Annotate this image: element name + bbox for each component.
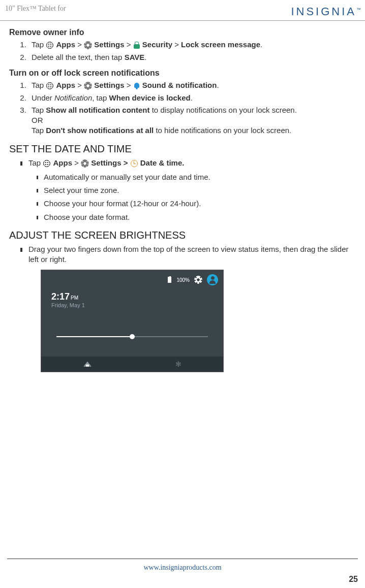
lock-icon <box>134 42 140 49</box>
bottom-icons: ✻ <box>41 356 223 372</box>
step: Tap Apps > Settings > Security > Lock sc… <box>28 40 358 50</box>
list-item: Choose your hour format (12-hour or 24-h… <box>44 199 358 209</box>
screenshot-panel: 100% 2:17PM Friday, May 1 ✻ <box>41 270 224 372</box>
settings-icon[interactable] <box>195 276 202 283</box>
gear-icon <box>81 160 88 167</box>
section-remove-owner-title: Remove owner info <box>9 27 358 38</box>
page-header: 10" Flex™ Tablet for INSIGNIA™ <box>0 0 365 21</box>
clock-icon <box>131 160 138 167</box>
battery-percent: 100% <box>176 277 190 284</box>
remove-owner-steps: Tap Apps > Settings > Security > Lock sc… <box>28 40 358 62</box>
page-footer: www.insigniaproducts.com <box>7 559 358 573</box>
date-time-sublist: Automatically or manually set your date … <box>44 172 358 222</box>
step: Delete all the text, then tap SAVE. <box>28 52 358 62</box>
list-item: Drag your two fingers down from the top … <box>28 244 358 265</box>
battery-icon <box>168 277 171 283</box>
wifi-icon[interactable] <box>83 362 92 367</box>
brightness-slider[interactable] <box>56 336 208 337</box>
brightness-list: Drag your two fingers down from the top … <box>28 244 358 265</box>
apps-icon <box>46 42 53 49</box>
apps-icon <box>46 82 53 89</box>
brand-logo: INSIGNIA™ <box>291 4 361 19</box>
section-brightness-title: ADJUST THE SCREEN BRIGHTNESS <box>9 228 358 242</box>
step: Tap Apps > Settings > Sound & notificati… <box>28 80 358 90</box>
slider-thumb[interactable] <box>130 334 135 339</box>
clock-time: 2:17PM <box>51 290 78 303</box>
list-item: Choose your date format. <box>44 212 358 222</box>
profile-icon[interactable] <box>207 274 218 285</box>
gear-icon <box>84 82 92 89</box>
section-date-time-title: SET THE DATE AND TIME <box>9 142 358 156</box>
step: Under Notification, tap When device is l… <box>28 93 358 103</box>
step: Tap Show all notification content to dis… <box>28 105 358 136</box>
bluetooth-icon[interactable]: ✻ <box>175 360 181 369</box>
slider-fill <box>56 336 132 337</box>
apps-icon <box>43 160 50 167</box>
list-item: Select your time zone. <box>44 185 358 195</box>
clock-date: Friday, May 1 <box>51 302 85 309</box>
bell-icon <box>134 82 140 89</box>
header-product: 10" Flex™ Tablet for <box>5 4 66 14</box>
list-item: Automatically or manually set your date … <box>44 172 358 182</box>
list-item: Tap Apps > Settings > Date & time. <box>28 158 358 168</box>
status-bar: 100% <box>168 274 218 285</box>
page-content: Remove owner info Tap Apps > Settings > … <box>0 21 365 373</box>
lock-notif-steps: Tap Apps > Settings > Sound & notificati… <box>28 80 358 136</box>
gear-icon <box>84 42 92 49</box>
section-lock-notif-title: Turn on or off lock screen notifications <box>9 68 358 79</box>
page-number: 25 <box>349 574 358 585</box>
date-time-list: Tap Apps > Settings > Date & time. <box>28 158 358 168</box>
footer-link[interactable]: www.insigniaproducts.com <box>143 564 221 571</box>
